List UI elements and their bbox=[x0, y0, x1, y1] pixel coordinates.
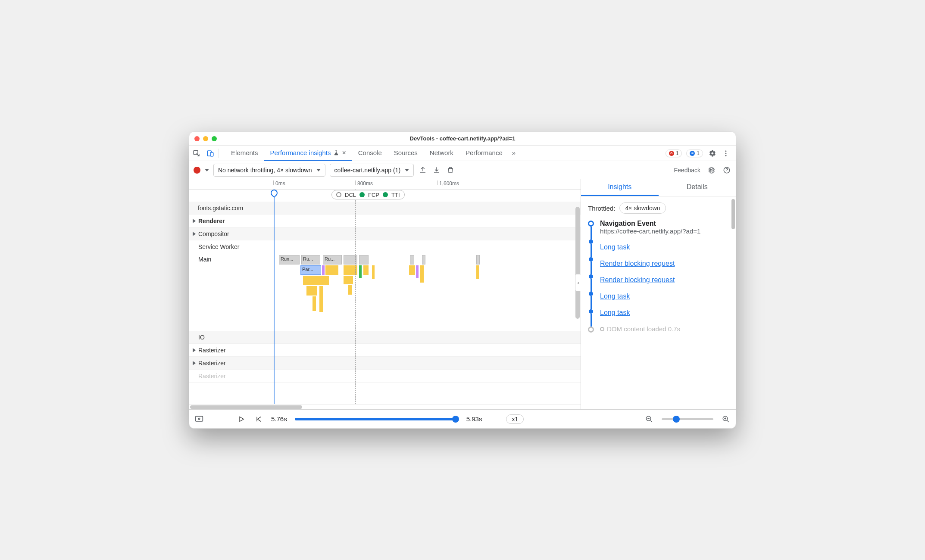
record-menu-chevron-icon[interactable] bbox=[205, 169, 209, 171]
insight-link[interactable]: Render blocking request bbox=[600, 260, 700, 268]
nav-line bbox=[274, 190, 275, 404]
settings-icon[interactable] bbox=[707, 149, 717, 158]
tab-network[interactable]: Network bbox=[424, 146, 459, 161]
flame-event[interactable] bbox=[325, 265, 338, 275]
import-icon[interactable] bbox=[432, 165, 441, 175]
insight-link[interactable]: Long task bbox=[600, 292, 700, 300]
track-serviceworker[interactable]: Service Worker bbox=[189, 240, 581, 253]
play-icon[interactable] bbox=[237, 414, 246, 424]
time-current: 5.76s bbox=[271, 415, 287, 423]
insight-link[interactable]: Long task bbox=[600, 309, 700, 317]
speed-chip[interactable]: x1 bbox=[506, 414, 524, 424]
help-icon[interactable] bbox=[722, 165, 731, 175]
flame-event[interactable] bbox=[303, 276, 329, 285]
flame-event[interactable] bbox=[344, 276, 353, 284]
tab-performance-insights[interactable]: Performance insights × bbox=[264, 146, 352, 161]
track-main[interactable]: Main Run... Ru... Ru... Par... bbox=[189, 253, 581, 331]
record-button[interactable] bbox=[194, 167, 200, 174]
flame-event[interactable] bbox=[306, 286, 317, 296]
insight-nav-event[interactable]: Navigation Event https://coffee-cart.net… bbox=[600, 220, 700, 235]
message-icon: ≡ bbox=[690, 151, 695, 156]
time-ruler[interactable]: 0ms 800ms 1,600ms bbox=[189, 179, 581, 190]
flame-event[interactable] bbox=[319, 286, 323, 312]
tab-elements[interactable]: Elements bbox=[225, 146, 264, 161]
throttled-chip[interactable]: 4× slowdown bbox=[619, 202, 666, 214]
flame-event[interactable] bbox=[409, 265, 415, 275]
scrollbar-vertical[interactable] bbox=[731, 199, 735, 229]
tabs-overflow[interactable]: » bbox=[509, 146, 519, 161]
error-icon: ✕ bbox=[669, 151, 674, 156]
flame-event[interactable]: Ru... bbox=[301, 255, 320, 264]
svg-point-6 bbox=[710, 169, 712, 171]
throttling-select[interactable]: No network throttling, 4× slowdown bbox=[213, 164, 325, 177]
tab-sources[interactable]: Sources bbox=[388, 146, 424, 161]
close-tab-icon[interactable]: × bbox=[342, 149, 346, 157]
page-select[interactable]: coffee-cart.netlify.app (1) bbox=[330, 164, 414, 177]
insight-link[interactable]: Long task bbox=[600, 243, 700, 251]
flask-icon bbox=[333, 150, 339, 156]
flame-event[interactable] bbox=[312, 296, 316, 311]
time-end: 5.93s bbox=[466, 415, 482, 423]
titlebar: DevTools - coffee-cart.netlify.app/?ad=1 bbox=[189, 132, 736, 146]
dcl-marker-icon bbox=[336, 192, 341, 197]
flame-event[interactable] bbox=[359, 255, 369, 264]
settings-small-icon[interactable] bbox=[706, 165, 716, 175]
tab-insights[interactable]: Insights bbox=[581, 179, 659, 196]
screenshot-toggle-icon[interactable] bbox=[194, 414, 204, 424]
ruler-tick: 800ms bbox=[355, 180, 373, 185]
export-icon[interactable] bbox=[418, 165, 428, 175]
playback-slider[interactable] bbox=[295, 418, 459, 420]
tab-performance[interactable]: Performance bbox=[459, 146, 509, 161]
ruler-tick: 0ms bbox=[273, 180, 285, 185]
minimize-icon[interactable] bbox=[203, 136, 208, 141]
rewind-icon[interactable] bbox=[254, 414, 263, 424]
flame-event[interactable] bbox=[363, 265, 369, 275]
tab-details[interactable]: Details bbox=[659, 179, 736, 196]
ruler-tick: 1,600ms bbox=[437, 180, 459, 185]
zoom-icon[interactable] bbox=[212, 136, 217, 141]
lcp-markers[interactable]: DCL FCP TTI bbox=[331, 190, 405, 199]
inspect-icon[interactable] bbox=[192, 149, 201, 158]
errors-badge[interactable]: ✕ 1 bbox=[666, 149, 682, 157]
window-controls bbox=[194, 136, 217, 141]
disclosure-triangle-icon bbox=[193, 219, 196, 223]
flame-event[interactable] bbox=[322, 265, 325, 275]
track-rasterizer-2[interactable]: Rasterizer bbox=[189, 357, 581, 370]
track-rasterizer-3[interactable]: Rasterizer bbox=[189, 370, 581, 383]
flame-event[interactable] bbox=[422, 255, 425, 264]
collapse-handle[interactable]: › bbox=[575, 274, 581, 291]
zoom-out-icon[interactable] bbox=[644, 414, 654, 424]
more-icon[interactable] bbox=[721, 149, 731, 158]
window-title: DevTools - coffee-cart.netlify.app/?ad=1 bbox=[189, 135, 736, 142]
insight-link[interactable]: Render blocking request bbox=[600, 276, 700, 284]
playback-bar: 5.76s 5.93s x1 bbox=[189, 409, 736, 428]
close-icon[interactable] bbox=[194, 136, 200, 141]
flame-event[interactable]: Par... bbox=[300, 265, 321, 275]
feedback-link[interactable]: Feedback bbox=[674, 167, 700, 174]
track-fonts[interactable]: fonts.gstatic.com bbox=[189, 202, 581, 215]
tabs-row: Elements Performance insights × Console … bbox=[189, 146, 736, 161]
zoom-slider[interactable] bbox=[662, 418, 713, 420]
flame-event[interactable]: Run... bbox=[279, 255, 300, 264]
device-toggle-icon[interactable] bbox=[206, 149, 215, 158]
flame-event[interactable] bbox=[420, 265, 424, 283]
flame-event[interactable] bbox=[359, 265, 362, 278]
flame-event[interactable]: Ru... bbox=[323, 255, 342, 264]
delete-icon[interactable] bbox=[446, 165, 455, 175]
flame-event[interactable] bbox=[476, 255, 480, 264]
flame-event[interactable] bbox=[410, 255, 414, 264]
scrollbar-vertical[interactable] bbox=[575, 207, 580, 319]
flame-event[interactable] bbox=[372, 265, 375, 279]
track-io[interactable]: IO bbox=[189, 331, 581, 344]
messages-badge[interactable]: ≡ 1 bbox=[686, 149, 703, 157]
track-rasterizer-1[interactable]: Rasterizer bbox=[189, 344, 581, 357]
tracks-container[interactable]: fonts.gstatic.com Renderer Compositor Se… bbox=[189, 190, 581, 404]
scrollbar-horizontal[interactable] bbox=[189, 404, 581, 409]
zoom-in-icon[interactable] bbox=[721, 414, 731, 424]
track-compositor[interactable]: Compositor bbox=[189, 227, 581, 240]
flame-event[interactable] bbox=[476, 265, 479, 279]
flame-event[interactable] bbox=[348, 285, 352, 295]
track-renderer[interactable]: Renderer bbox=[189, 215, 581, 227]
flame-event[interactable] bbox=[416, 265, 419, 278]
tab-console[interactable]: Console bbox=[352, 146, 388, 161]
